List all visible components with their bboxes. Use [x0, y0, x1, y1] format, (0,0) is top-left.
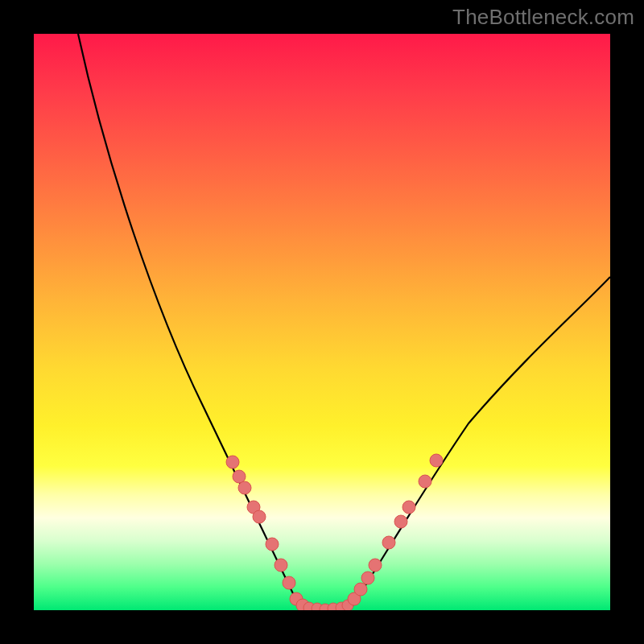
curve-right [352, 277, 610, 607]
chart-frame: TheBottleneck.com [0, 0, 644, 644]
watermark-text: TheBottleneck.com [452, 5, 634, 30]
data-marker [394, 515, 407, 528]
data-marker [419, 475, 431, 488]
data-marker [283, 576, 295, 589]
data-marker [402, 501, 415, 514]
data-marker [266, 538, 279, 551]
data-marker [238, 481, 251, 494]
plot-area [34, 34, 610, 610]
data-marker [233, 470, 246, 483]
data-marker [253, 510, 266, 523]
chart-svg [34, 34, 610, 610]
curve-left [78, 34, 299, 607]
data-marker [430, 454, 443, 467]
data-marker [361, 572, 374, 584]
line-series [78, 34, 610, 610]
data-marker [226, 456, 239, 469]
data-marker [354, 583, 367, 596]
data-marker [369, 559, 382, 572]
marker-layer [226, 454, 443, 610]
data-marker [382, 536, 395, 549]
data-marker [275, 559, 287, 572]
